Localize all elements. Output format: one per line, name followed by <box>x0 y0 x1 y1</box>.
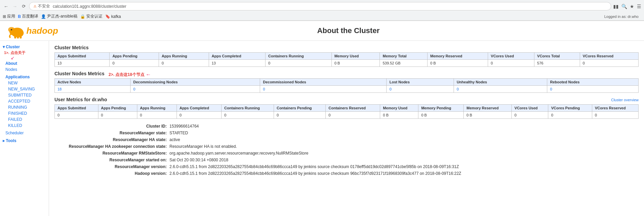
val-unhealthy-nodes[interactable]: 0 <box>454 86 547 93</box>
col-user-vcores-pending: VCores Pending <box>548 105 592 112</box>
sidebar-item-failed[interactable]: FAILED <box>0 116 49 123</box>
val-user-vcores-used: 0 <box>512 112 548 119</box>
val-vcores-total: 576 <box>534 60 580 67</box>
col-apps-pending: Apps Pending <box>110 53 159 60</box>
sidebar-applications-header[interactable]: Applications <box>0 74 49 80</box>
search-icon[interactable]: 🔍 <box>621 4 627 9</box>
url-value: calculation101.aggrx:8088/cluster/cluste… <box>53 4 126 9</box>
user-metrics-header-row: User Metrics for dr.who Cluster overview <box>54 97 639 104</box>
col-decommissioned-nodes: Decommissioned Nodes <box>260 79 387 86</box>
detail-label-2: ResourceManager HA state: <box>54 137 169 142</box>
browser-chrome: ← → ⟳ ⚠ 不安全 calculation101.aggrx:8088/cl… <box>0 0 644 21</box>
lock-icon: 🔒 <box>80 14 85 19</box>
sidebar-item-killed[interactable]: KILLED <box>0 123 49 129</box>
detail-value-6: 2.6.0-cdh5.15.1 from 2d822203265a2827554… <box>169 164 459 169</box>
sidebar-cluster-section: ▾ Cluster 1>. 点击关于 ↙ About Nodes <box>0 44 49 73</box>
val-user-memory-used: 0 B <box>380 112 418 119</box>
sidebar-item-new-saving[interactable]: NEW_SAVING <box>0 86 49 92</box>
user-metrics-data-row: 0 0 0 0 0 0 0 0 B 0 B 0 B 0 0 0 <box>55 112 639 119</box>
detail-label-5: ResourceManager started on: <box>54 158 169 162</box>
annotation-2-wrapper: 2>. 点击这18个节点 ← <box>109 72 151 78</box>
col-active-nodes: Active Nodes <box>55 79 131 86</box>
detail-label-3: ResourceManager HA zookeeper connection … <box>54 144 169 149</box>
app-container: hadoop About the Cluster ▾ Cluster 1>. 点… <box>0 21 644 216</box>
val-memory-total: 539.52 GB <box>380 60 428 67</box>
sidebar-scheduler-section: Scheduler <box>0 130 49 136</box>
detail-row-0: Cluster ID: 1539966614764 <box>54 123 639 130</box>
bookmark-kafka[interactable]: 🔖 kafka <box>105 14 121 19</box>
val-apps-pending: 0 <box>110 60 159 67</box>
menu-icon[interactable]: ☰ <box>637 4 641 9</box>
detail-row-1: ResourceManager state: STARTED <box>54 130 639 136</box>
sidebar-item-new[interactable]: NEW <box>0 80 49 86</box>
bookmark-icon[interactable]: ★ <box>630 4 634 9</box>
val-memory-used: 0 B <box>331 60 380 67</box>
cluster-metrics-table: Apps Submitted Apps Pending Apps Running… <box>54 52 639 67</box>
user-folder-icon: 👤 <box>41 14 46 19</box>
bookmark-apps[interactable]: ⊞ 应用 <box>3 14 15 19</box>
sidebar-item-nodes[interactable]: Nodes <box>0 66 49 73</box>
annotation-about-area: 1>. 点击关于 ↙ <box>0 50 49 60</box>
content-area: ▾ Cluster 1>. 点击关于 ↙ About Nodes Applica… <box>0 41 644 216</box>
page-title: About the Cluster <box>317 26 380 35</box>
val-user-containers-reserved: 0 <box>326 112 380 119</box>
detail-label-1: ResourceManager state: <box>54 131 169 135</box>
col-memory-total: Memory Total <box>380 53 428 60</box>
sidebar-item-scheduler[interactable]: Scheduler <box>0 130 49 136</box>
sidebar-item-accepted[interactable]: ACCEPTED <box>0 98 49 104</box>
col-decommissioning-nodes: Decommissioning Nodes <box>131 79 260 86</box>
sidebar-tools-header[interactable]: ▸ Tools <box>0 137 49 144</box>
val-vcores-reserved: 0 <box>580 60 638 67</box>
address-bar[interactable]: ⚠ 不安全 calculation101.aggrx:8088/cluster/… <box>29 2 611 10</box>
apps-icon: ⊞ <box>3 14 6 19</box>
col-user-vcores-used: VCores Used <box>512 105 548 112</box>
back-button[interactable]: ← <box>3 3 9 10</box>
val-rebooted-nodes[interactable]: 0 <box>547 86 639 93</box>
sidebar-cluster-header[interactable]: ▾ Cluster <box>0 44 49 50</box>
detail-value-3: ResourceManager HA is not enabled. <box>169 144 237 149</box>
sidebar-item-running[interactable]: RUNNING <box>0 104 49 110</box>
refresh-button[interactable]: ⟳ <box>20 3 27 10</box>
bookmark-yinjzj[interactable]: 👤 尹正杰-ansible稿 <box>41 14 77 19</box>
detail-value-2: active <box>169 137 180 142</box>
val-decommissioning-nodes[interactable]: 0 <box>131 86 260 93</box>
val-user-vcores-reserved: 0 <box>592 112 638 119</box>
col-vcores-used: VCores Used <box>488 53 534 60</box>
val-decommissioned-nodes[interactable]: 0 <box>260 86 387 93</box>
security-icon: ⚠ <box>33 4 37 8</box>
val-user-containers-running: 0 <box>222 112 274 119</box>
detail-value-5: Sat Oct 20 00:30:14 +0800 2018 <box>169 158 228 162</box>
bookmark-security[interactable]: 🔒 安全认证 <box>80 14 102 19</box>
sidebar-item-submitted[interactable]: SUBMITTED <box>0 92 49 98</box>
col-apps-submitted: Apps Submitted <box>55 53 110 60</box>
cluster-metrics-title: Cluster Metrics <box>54 45 639 50</box>
col-apps-completed: Apps Completed <box>209 53 265 60</box>
forward-button[interactable]: → <box>12 3 18 10</box>
col-unhealthy-nodes: Unhealthy Nodes <box>454 79 547 86</box>
browser-toolbar: ← → ⟳ ⚠ 不安全 calculation101.aggrx:8088/cl… <box>0 0 644 12</box>
user-metrics-table: Apps Submitted Apps Pending Apps Running… <box>54 104 639 119</box>
detail-row-4: ResourceManager RMStateStore: org.apache… <box>54 150 639 157</box>
url-text: 不安全 <box>38 3 50 9</box>
val-vcores-used: 0 <box>488 60 534 67</box>
detail-row-3: ResourceManager HA zookeeper connection … <box>54 143 639 150</box>
annotation-1: 1>. 点击关于 <box>4 50 49 55</box>
user-metrics-wrapper: User Metrics for dr.who Cluster overview… <box>54 97 639 119</box>
cluster-overview-link[interactable]: Cluster overview <box>611 98 639 102</box>
bookmark-baidu[interactable]: B 百度翻译 <box>18 14 38 19</box>
sidebar: ▾ Cluster 1>. 点击关于 ↙ About Nodes Applica… <box>0 41 49 216</box>
detail-label-4: ResourceManager RMStateStore: <box>54 151 169 156</box>
val-lost-nodes[interactable]: 0 <box>387 86 454 93</box>
kafka-icon: 🔖 <box>105 14 110 19</box>
sidebar-item-about[interactable]: About <box>0 60 49 66</box>
baidu-icon: B <box>18 14 21 19</box>
detail-label-6: ResourceManager version: <box>54 164 169 169</box>
detail-label-0: Cluster ID: <box>54 124 169 129</box>
val-user-apps-completed: 0 <box>177 112 221 119</box>
col-user-memory-reserved: Memory Reserved <box>464 105 512 112</box>
val-active-nodes[interactable]: 18 <box>55 86 131 93</box>
col-vcores-reserved: VCores Reserved <box>580 53 638 60</box>
cluster-nodes-wrapper: Cluster Nodes Metrics 2>. 点击这18个节点 ← Act… <box>54 71 639 93</box>
user-metrics-header-row: Apps Submitted Apps Pending Apps Running… <box>55 105 639 112</box>
sidebar-item-finished[interactable]: FINISHED <box>0 110 49 116</box>
